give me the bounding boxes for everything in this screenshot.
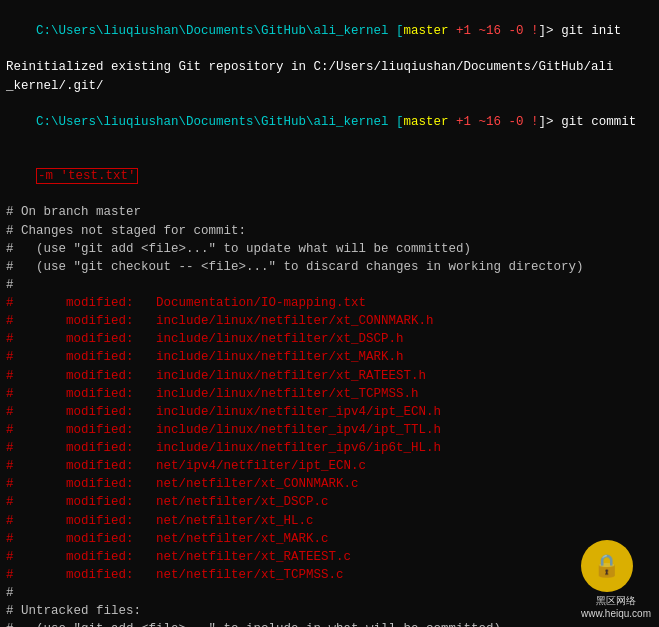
- terminal-line: # modified: include/linux/netfilter_ipv6…: [6, 439, 653, 457]
- terminal[interactable]: C:\Users\liuqiushan\Documents\GitHub\ali…: [0, 0, 659, 627]
- watermark-label: 黑区网络www.heiqu.com: [581, 594, 651, 619]
- terminal-line: # modified: net/netfilter/xt_TCPMSS.c: [6, 566, 653, 584]
- terminal-line: # modified: include/linux/netfilter/xt_C…: [6, 312, 653, 330]
- terminal-line: Reinitialized existing Git repository in…: [6, 58, 653, 76]
- terminal-line: # modified: include/linux/netfilter/xt_R…: [6, 367, 653, 385]
- terminal-line: # modified: net/netfilter/xt_CONNMARK.c: [6, 475, 653, 493]
- terminal-line: # modified: net/netfilter/xt_RATEEST.c: [6, 548, 653, 566]
- terminal-line: # modified: net/netfilter/xt_HL.c: [6, 512, 653, 530]
- terminal-line: # modified: include/linux/netfilter_ipv4…: [6, 403, 653, 421]
- terminal-line: # modified: net/ipv4/netfilter/ipt_ECN.c: [6, 457, 653, 475]
- terminal-line: # modified: include/linux/netfilter/xt_D…: [6, 330, 653, 348]
- watermark: 🔒 黑区网络www.heiqu.com: [581, 540, 651, 619]
- terminal-line: # modified: Documentation/IO-mapping.txt: [6, 294, 653, 312]
- terminal-line: C:\Users\liuqiushan\Documents\GitHub\ali…: [6, 95, 653, 149]
- terminal-line: # modified: net/netfilter/xt_DSCP.c: [6, 493, 653, 511]
- terminal-line: # (use "git checkout -- <file>..." to di…: [6, 258, 653, 276]
- terminal-line: #: [6, 276, 653, 294]
- terminal-line: # (use "git add <file>..." to update wha…: [6, 240, 653, 258]
- terminal-line: C:\Users\liuqiushan\Documents\GitHub\ali…: [6, 4, 653, 58]
- highlight-commit-msg: -m 'test.txt': [36, 168, 138, 184]
- terminal-line: # modified: include/linux/netfilter_ipv4…: [6, 421, 653, 439]
- watermark-logo: 🔒: [581, 540, 633, 592]
- terminal-line: # Untracked files:: [6, 602, 653, 620]
- terminal-line: _kernel/.git/: [6, 77, 653, 95]
- terminal-line: # (use "git add <file>..." to include in…: [6, 620, 653, 627]
- terminal-line: #: [6, 584, 653, 602]
- terminal-line: # Changes not staged for commit:: [6, 222, 653, 240]
- terminal-line: # modified: include/linux/netfilter/xt_T…: [6, 385, 653, 403]
- terminal-line: # modified: include/linux/netfilter/xt_M…: [6, 348, 653, 366]
- terminal-line: # modified: net/netfilter/xt_MARK.c: [6, 530, 653, 548]
- terminal-line: # On branch master: [6, 203, 653, 221]
- terminal-line: -m 'test.txt': [6, 149, 653, 203]
